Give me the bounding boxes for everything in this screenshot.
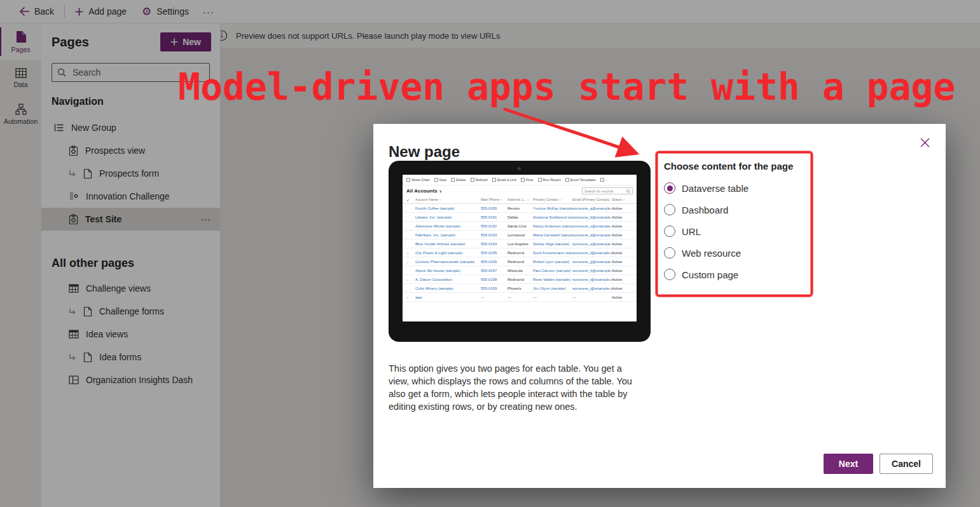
cell-primary-contact: Scott Konersmann (sample)	[533, 251, 572, 255]
preview-view-bar: All Accounts∨ Search for records	[403, 186, 637, 196]
cell-status: Active	[612, 233, 627, 237]
cell-primary-contact: Paul Cannon (sample)	[533, 269, 572, 273]
cell-address: Missoula	[507, 269, 533, 273]
cell-address: Santa Cruz	[507, 224, 533, 228]
cell-email: someone_a@example.com	[572, 206, 612, 210]
preview-command: ···	[600, 178, 609, 182]
preview-search-placeholder: Search for records	[584, 189, 613, 193]
cell-email: someone_d@example.com	[572, 233, 612, 237]
table-row: ⌂ Contoso Pharmaceuticals (sample) 555-0…	[403, 257, 637, 266]
cell-account-name: Fabrikam, Inc. (sample)	[415, 233, 481, 237]
cell-address: Dallas	[507, 215, 533, 219]
preview-command: Run Report	[538, 178, 561, 182]
app-root: Back Add page ⚙ Settings ··· Pages Data …	[0, 0, 980, 507]
cell-account-name: Litware, Inc. (sample)	[415, 215, 481, 219]
cell-status: Active	[612, 206, 627, 210]
cell-main-phone: 555-0154	[481, 242, 507, 246]
cell-main-phone: 555-0153	[481, 233, 507, 237]
cell-primary-contact: Yvonne McKay (sample)	[533, 206, 572, 210]
cell-status: Active	[612, 260, 627, 264]
preview-search-box: Search for records	[582, 187, 633, 194]
preview-command: Show Chart	[406, 178, 430, 182]
cell-email: someone_i@example.com	[572, 278, 612, 281]
cell-address: Lynnwood	[507, 233, 533, 237]
preview-table-header: Account Name Main Phone Address 1... Pri…	[403, 196, 637, 204]
hierarchy-icon: ⌂	[406, 278, 415, 281]
select-all-checkmark-icon	[406, 198, 415, 202]
cell-primary-contact: ---	[533, 295, 572, 299]
preview-command: Email a Link	[492, 178, 516, 182]
cell-primary-contact: Rene Valdes (sample)	[533, 278, 572, 281]
chevron-down-icon: ∨	[439, 189, 442, 193]
hierarchy-icon: ⌂	[406, 260, 415, 264]
cell-address: Renton	[507, 206, 533, 210]
cell-status: Active	[612, 269, 627, 273]
cell-account-name: Alpine Ski House (sample)	[415, 269, 481, 273]
hierarchy-icon: ⌂	[406, 251, 415, 255]
column-header: Main Phone	[481, 198, 507, 201]
cell-account-name: A. Datum Corporation	[415, 278, 481, 281]
table-row: Coho Winery (sample) 555-0159 Phoenix Ji…	[403, 284, 637, 293]
table-row: Fabrikam, Inc. (sample) 555-0153 Lynnwoo…	[403, 231, 637, 240]
cell-address: Redmond	[507, 278, 533, 281]
cancel-button[interactable]: Cancel	[880, 454, 933, 474]
table-row: Adventure Works (sample) 555-0152 Santa …	[403, 222, 637, 231]
cell-email: someone_g@example.com	[572, 260, 612, 264]
preview-view-title: All Accounts∨	[406, 188, 442, 194]
cell-email: someone_b@example.com	[572, 215, 612, 219]
preview-command: New	[434, 178, 446, 182]
cell-email: someone_h@example.com	[572, 269, 612, 273]
cell-main-phone: 555-0156	[481, 260, 507, 264]
cell-account-name: aaa	[415, 295, 481, 299]
column-header: Primary Contact	[533, 198, 572, 201]
cell-status: Active	[612, 287, 627, 290]
cell-account-name: Coho Winery (sample)	[415, 287, 481, 290]
cell-primary-contact: Nancy Anderson (sample)	[533, 224, 572, 228]
cell-status: Active	[612, 224, 627, 228]
dialog-close-button[interactable]	[920, 138, 932, 149]
preview-table-body: Fourth Coffee (sample) 555-0150 Renton Y…	[403, 204, 637, 302]
cell-primary-contact: Maria Campbell (sample)	[533, 233, 572, 237]
dataverse-table-preview-image: Show ChartNewDeleteRefreshEmail a LinkFl…	[389, 161, 651, 342]
table-row: Litware, Inc. (sample) 555-0151 Dallas S…	[403, 213, 637, 222]
hierarchy-icon: ⌂	[406, 295, 415, 299]
cell-primary-contact: Sidney Higa (sample)	[533, 242, 572, 246]
close-icon	[920, 138, 930, 147]
table-row: ⌂ A. Datum Corporation 555-0158 Redmond …	[403, 275, 637, 284]
cell-status: Active	[612, 215, 627, 219]
cell-email: someone_c@example.com	[572, 224, 612, 228]
cell-email: someone_f@example.com	[572, 251, 612, 255]
column-header: Email (Primary Contact)	[572, 198, 612, 201]
search-icon	[626, 189, 630, 193]
cell-account-name: Adventure Works (sample)	[415, 224, 481, 228]
table-row: Blue Yonder Airlines (sample) 555-0154 L…	[403, 240, 637, 248]
cell-main-phone: 555-0159	[481, 287, 507, 290]
cell-main-phone: 555-0151	[481, 215, 507, 219]
table-row: ⌂ aaa --- --- --- --- Active	[403, 293, 637, 302]
cell-main-phone: ---	[481, 295, 507, 299]
cell-address: ---	[507, 295, 533, 299]
preview-screen: Show ChartNewDeleteRefreshEmail a LinkFl…	[403, 175, 637, 321]
cell-status: Active	[612, 242, 627, 246]
cell-email: someone_e@example.com	[572, 242, 612, 246]
cell-main-phone: 555-0157	[481, 269, 507, 273]
column-header: Address 1...	[507, 198, 533, 201]
cell-main-phone: 555-0150	[481, 206, 507, 210]
cell-main-phone: 555-0158	[481, 278, 507, 281]
cell-status: Active	[612, 295, 627, 299]
tablet-camera-dot	[518, 167, 521, 170]
preview-command: Excel Templates	[565, 178, 596, 182]
annotation-highlight-box	[656, 151, 813, 297]
cell-address: Redmond	[507, 260, 533, 264]
dialog-title: New page	[389, 143, 460, 161]
annotation-text: Model-driven apps start with a page	[178, 65, 955, 109]
column-header: Status	[612, 198, 627, 201]
cell-account-name: Blue Yonder Airlines (sample)	[415, 242, 481, 246]
next-button[interactable]: Next	[824, 454, 873, 474]
table-row: Alpine Ski House (sample) 555-0157 Misso…	[403, 266, 637, 275]
preview-command: Refresh	[471, 178, 488, 182]
cell-account-name: City Power & Light (sample)	[415, 251, 481, 255]
column-header: Account Name	[415, 198, 481, 201]
cell-address: Los Angeles	[507, 242, 533, 246]
cell-email: ---	[572, 295, 612, 299]
